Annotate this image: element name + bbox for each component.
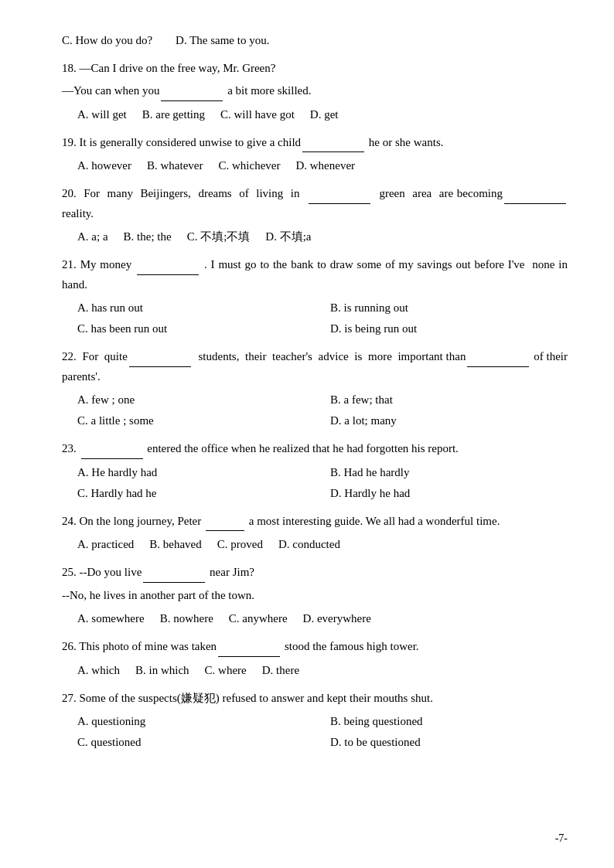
q18-line1: 18. —Can I drive on the free way, Mr. Gr…	[62, 59, 568, 79]
q24-line1: 24. On the long journey, Peter a most in…	[62, 512, 568, 532]
question-cd: C. How do you do? D. The same to you.	[62, 31, 568, 51]
question-19: 19. It is generally considered unwise to…	[62, 133, 568, 177]
q24-optA: A. practiced	[77, 534, 134, 555]
q19-optC: C. whichever	[218, 155, 280, 176]
q18-line2: —You can when you a bit more skilled.	[62, 81, 568, 101]
q23-optD: D. Hardly he had	[330, 483, 568, 504]
q26-blank	[218, 656, 280, 657]
question-21: 21. My money . I must go to the bank to …	[62, 255, 568, 339]
q22-blank2	[467, 366, 529, 367]
q19-optD: D. whenever	[295, 155, 355, 176]
q24-options: A. practiced B. behaved C. proved D. con…	[62, 534, 568, 555]
q19-blank	[302, 151, 364, 152]
q20-options: A. a; a B. the; the C. 不填;不填 D. 不填;a	[62, 226, 568, 247]
q27-optD: D. to be questioned	[330, 732, 568, 753]
q22-line1: 22. For quite students, their teacher's …	[62, 347, 568, 386]
q25-blank	[143, 582, 205, 583]
q22-optB: B. a few; that	[330, 390, 568, 410]
q25-optC: C. anywhere	[229, 608, 288, 629]
q22-optC: C. a little ; some	[77, 410, 315, 431]
q21-options: A. has run out B. is running out C. has …	[62, 298, 568, 339]
q26-optB: B. in which	[135, 660, 189, 681]
q20-optC: C. 不填;不填	[187, 226, 251, 247]
q18-optC: C. will have got	[220, 104, 295, 125]
page-content: C. How do you do? D. The same to you. 18…	[62, 31, 568, 753]
q26-optA: A. which	[77, 660, 120, 681]
q22-blank1	[129, 366, 191, 367]
question-23: 23. entered the office when he realized …	[62, 439, 568, 504]
q25-options: A. somewhere B. nowhere C. anywhere D. e…	[62, 608, 568, 629]
q22-optA: A. few ; one	[77, 390, 315, 410]
question-22: 22. For quite students, their teacher's …	[62, 347, 568, 431]
question-26: 26. This photo of mine was taken stood t…	[62, 637, 568, 681]
q22-optD: D. a lot; many	[330, 410, 568, 431]
q19-optA: A. however	[77, 155, 131, 176]
q24-optD: D. conducted	[278, 534, 340, 555]
q18-optB: B. are getting	[142, 104, 205, 125]
page-number: -7-	[555, 832, 568, 845]
q24-optC: C. proved	[217, 534, 263, 555]
q24-optB: B. behaved	[149, 534, 201, 555]
q19-options: A. however B. whatever C. whichever D. w…	[62, 155, 568, 176]
q18-blank	[161, 100, 223, 101]
q27-line1: 27. Some of the suspects(嫌疑犯) refused to…	[62, 689, 568, 709]
question-27: 27. Some of the suspects(嫌疑犯) refused to…	[62, 689, 568, 754]
q26-optD: D. there	[262, 660, 299, 681]
q19-line1: 19. It is generally considered unwise to…	[62, 133, 568, 153]
q24-blank	[206, 530, 244, 531]
q21-optB: B. is running out	[330, 298, 568, 318]
q25-optB: B. nowhere	[160, 608, 213, 629]
q27-optA: A. questioning	[77, 711, 315, 732]
q25-line2: --No, he lives in another part of the to…	[62, 586, 568, 606]
q27-optB: B. being questioned	[330, 711, 568, 732]
q20-optD: D. 不填;a	[265, 226, 311, 247]
q21-optC: C. has been run out	[77, 318, 315, 339]
question-18: 18. —Can I drive on the free way, Mr. Gr…	[62, 59, 568, 125]
q20-blank1	[309, 203, 370, 204]
question-20: 20. For many Beijingers, dreams of livin…	[62, 184, 568, 247]
q19-optB: B. whatever	[147, 155, 203, 176]
q20-optB: B. the; the	[124, 226, 172, 247]
q27-options: A. questioning B. being questioned C. qu…	[62, 711, 568, 753]
q23-options: A. He hardly had B. Had he hardly C. Har…	[62, 462, 568, 504]
q25-optD: D. everywhere	[303, 608, 371, 629]
q20-blank2	[504, 203, 566, 204]
q23-blank	[81, 458, 143, 459]
q21-optA: A. has run out	[77, 298, 315, 318]
q20-line1: 20. For many Beijingers, dreams of livin…	[62, 184, 568, 223]
question-25: 25. --Do you live near Jim? --No, he liv…	[62, 563, 568, 629]
q21-blank	[137, 274, 199, 275]
q22-options: A. few ; one B. a few; that C. a little …	[62, 390, 568, 431]
question-24: 24. On the long journey, Peter a most in…	[62, 512, 568, 556]
q18-options: A. will get B. are getting C. will have …	[62, 104, 568, 125]
q20-optA: A. a; a	[77, 226, 108, 247]
q23-optB: B. Had he hardly	[330, 462, 568, 483]
q26-line1: 26. This photo of mine was taken stood t…	[62, 637, 568, 657]
q23-line1: 23. entered the office when he realized …	[62, 439, 568, 459]
q18-optA: A. will get	[77, 104, 127, 125]
q21-optD: D. is being run out	[330, 318, 568, 339]
q27-optC: C. questioned	[77, 732, 315, 753]
q25-optA: A. somewhere	[77, 608, 145, 629]
q18-optD: D. get	[310, 104, 339, 125]
q26-options: A. which B. in which C. where D. there	[62, 660, 568, 681]
question-cd-text: C. How do you do? D. The same to you.	[62, 31, 568, 51]
q23-optC: C. Hardly had he	[77, 483, 315, 504]
q23-optA: A. He hardly had	[77, 462, 315, 483]
q21-line1: 21. My money . I must go to the bank to …	[62, 255, 568, 294]
q26-optC: C. where	[205, 660, 247, 681]
q25-line1: 25. --Do you live near Jim?	[62, 563, 568, 583]
